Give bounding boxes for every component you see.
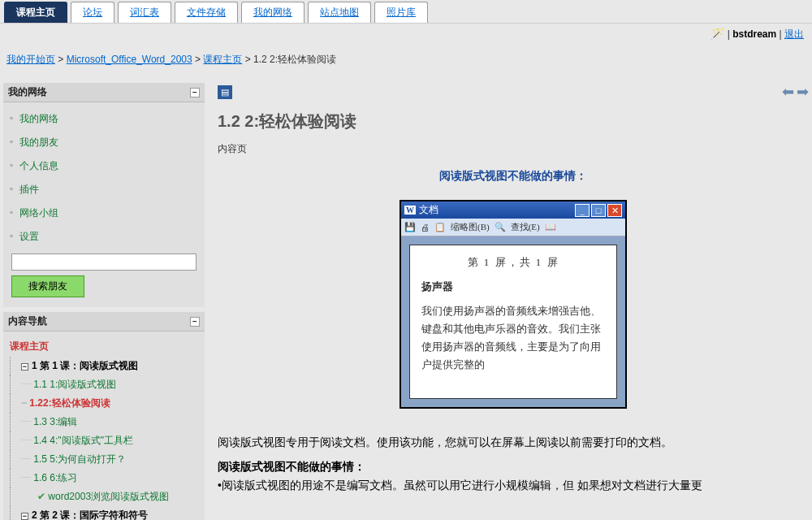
next-arrow-icon[interactable]: ➡ (797, 84, 809, 100)
menu-settings[interactable]: 设置 (19, 231, 39, 242)
document-icon: ▤ (218, 85, 232, 99)
tab-mynetwork[interactable]: 我的网络 (241, 2, 304, 23)
doc-body-text: 我们使用扬声器的音频线来增强吉他、键盘和其他电声乐器的音效。我们主张使用扬声器的… (421, 302, 605, 374)
top-tabs: 课程主页 论坛 词汇表 文件存储 我的网络 站点地图 照片库 (0, 0, 812, 24)
tab-forum[interactable]: 论坛 (71, 2, 114, 23)
content-tree: −1 第 1 课：阅读版式视图 ┈ 1.1 1:阅读版式视图 ┈ 1.22:轻松… (5, 357, 203, 520)
body-text: 阅读版式视图专用于阅读文档。使用该功能，您就可以在屏幕上阅读以前需要打印的文档。… (218, 433, 809, 494)
body-heading: 阅读版式视图不能做的事情： (218, 457, 809, 475)
window-title: 文档 (419, 203, 438, 217)
tree-lesson-1[interactable]: −1 第 1 课：阅读版式视图 (5, 357, 203, 375)
menu-mynetwork[interactable]: 我的网络 (19, 113, 58, 124)
menu-plugins[interactable]: 插件 (19, 184, 39, 195)
tree-item[interactable]: ┈ 1.1 1:阅读版式视图 (5, 375, 203, 394)
thumbnail-button[interactable]: 缩略图(B) (451, 221, 490, 233)
search-friends-button[interactable]: 搜索朋友 (11, 275, 84, 297)
tree-item[interactable]: ┈ 1.5 5:为何自动打开？ (5, 450, 203, 469)
sidebar: 我的网络 − 我的网络 我的朋友 个人信息 插件 网络小组 设置 搜索朋友 (3, 83, 205, 520)
crumb-start[interactable]: 我的开始页 (6, 54, 55, 65)
document-page: 第 1 屏，共 1 屏 扬声器 我们使用扬声器的音频线来增强吉他、键盘和其他电声… (409, 245, 617, 399)
maximize-icon[interactable]: □ (591, 204, 606, 217)
main-content: ▤ ⬅ ➡ 1.2 2:轻松体验阅读 内容页 阅读版式视图不能做的事情： W 文… (205, 83, 809, 494)
crumb-home[interactable]: 课程主页 (203, 54, 242, 65)
page-indicator: 第 1 屏，共 1 屏 (421, 255, 605, 270)
breadcrumb: 我的开始页 > Microsoft_Office_Word_2003 > 课程主… (0, 45, 812, 83)
logout-link[interactable]: 退出 (784, 28, 804, 40)
username: bstdream (732, 28, 776, 40)
section-heading: 阅读版式视图不能做的事情： (218, 169, 809, 184)
user-bar: 🪄 | bstdream | 退出 (0, 24, 812, 45)
close-icon[interactable]: ✕ (607, 204, 622, 217)
tree-item[interactable]: ┈ 1.6 6:练习 (5, 469, 203, 488)
collapse-icon[interactable]: − (190, 88, 200, 98)
tree-item-checked[interactable]: ✔ word2003浏览阅读版式视图 (5, 488, 203, 506)
save-icon[interactable]: 💾 (404, 222, 416, 232)
menu-groups[interactable]: 网络小组 (19, 207, 58, 219)
page-title: 1.2 2:轻松体验阅读 (218, 110, 809, 132)
panel-mynetwork: 我的网络 − 我的网络 我的朋友 个人信息 插件 网络小组 设置 搜索朋友 (3, 83, 205, 307)
window-toolbar: 💾 🖨 📋 缩略图(B) 🔍 查找(E) 📖 (401, 219, 625, 236)
tree-item[interactable]: ┈ 1.3 3:编辑 (5, 413, 203, 431)
panel-contentnav-title: 内容导航 (8, 314, 47, 328)
page-subtitle: 内容页 (218, 142, 809, 156)
tab-gallery[interactable]: 照片库 (374, 2, 428, 23)
tab-course-home[interactable]: 课程主页 (4, 2, 67, 23)
menu-myfriends[interactable]: 我的朋友 (19, 136, 58, 148)
word-window: W 文档 _ □ ✕ 💾 🖨 📋 缩略图(B) 🔍 查找(E) 📖 (400, 200, 627, 409)
search-icon[interactable]: 🔍 (495, 222, 506, 232)
tree-root[interactable]: 课程主页 (5, 336, 203, 357)
crumb-current: 1.2 2:轻松体验阅读 (253, 54, 336, 65)
tree-item-current[interactable]: ┈ 1.22:轻松体验阅读 (5, 394, 203, 413)
body-paragraph: 阅读版式视图专用于阅读文档。使用该功能，您就可以在屏幕上阅读以前需要打印的文档。 (218, 433, 809, 451)
body-paragraph: •阅读版式视图的用途不是编写文档。虽然可以用它进行小规模编辑，但 如果想对文档进… (218, 476, 809, 494)
tab-glossary[interactable]: 词汇表 (118, 2, 171, 23)
menu-profile[interactable]: 个人信息 (19, 160, 58, 171)
tree-lesson-2[interactable]: −2 第 2 课：国际字符和符号 (5, 506, 203, 520)
nav-arrows: ⬅ ➡ (782, 83, 809, 101)
panel-mynetwork-title: 我的网络 (8, 85, 47, 99)
crumb-course[interactable]: Microsoft_Office_Word_2003 (67, 54, 192, 65)
collapse-icon[interactable]: − (190, 317, 200, 327)
tab-sitemap[interactable]: 站点地图 (308, 2, 371, 23)
window-titlebar: W 文档 _ □ ✕ (401, 202, 625, 219)
find-button[interactable]: 查找(E) (511, 221, 540, 233)
minimize-icon[interactable]: _ (575, 204, 590, 217)
search-friends-input[interactable] (11, 254, 197, 271)
wand-icon[interactable]: 🪄 (710, 27, 724, 40)
tree-item[interactable]: ┈ 1.4 4:"阅读版式"工具栏 (5, 431, 203, 450)
book-icon[interactable]: 📖 (545, 222, 556, 232)
tab-filestorage[interactable]: 文件存储 (175, 2, 238, 23)
print-icon[interactable]: 🖨 (421, 223, 430, 232)
doc-title: 扬声器 (421, 280, 605, 294)
panel-contentnav: 内容导航 − 课程主页 −1 第 1 课：阅读版式视图 ┈ 1.1 1:阅读版式… (3, 312, 205, 520)
word-app-icon: W (404, 206, 416, 214)
clipboard-icon[interactable]: 📋 (434, 222, 446, 232)
prev-arrow-icon[interactable]: ⬅ (782, 84, 794, 100)
